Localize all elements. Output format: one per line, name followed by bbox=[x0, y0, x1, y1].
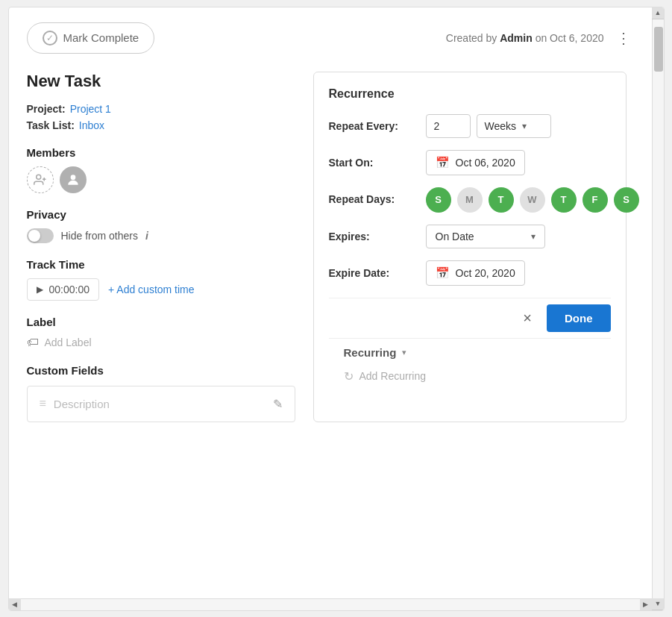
repeat-days-label: Repeat Days: bbox=[329, 187, 426, 205]
header-right: Created by Admin on Oct 6, 2020 ⋮ bbox=[446, 26, 634, 50]
days-circles: S M T W T F S bbox=[426, 187, 639, 213]
mark-complete-button[interactable]: ✓ Mark Complete bbox=[27, 22, 155, 54]
recurring-chevron-icon[interactable]: ▾ bbox=[402, 348, 406, 357]
mark-complete-label: Mark Complete bbox=[63, 31, 139, 44]
privacy-toggle[interactable] bbox=[27, 228, 54, 243]
expires-chevron-icon: ▾ bbox=[531, 231, 536, 242]
label-placeholder[interactable]: Add Label bbox=[45, 336, 92, 348]
check-icon: ✓ bbox=[43, 31, 57, 46]
scrollbar-bottom[interactable]: ◀ ▶ bbox=[9, 598, 652, 610]
svg-point-0 bbox=[36, 175, 40, 179]
toggle-knob bbox=[28, 230, 40, 242]
recurring-title: Recurring bbox=[344, 346, 397, 359]
description-box[interactable]: ≡ Description ✎ bbox=[27, 386, 295, 422]
start-on-date-value: Oct 06, 2020 bbox=[456, 157, 515, 169]
repeat-every-label: Repeat Every: bbox=[329, 120, 426, 132]
header: ✓ Mark Complete Created by Admin on Oct … bbox=[27, 22, 634, 54]
members-title: Members bbox=[27, 146, 295, 159]
add-member-button[interactable] bbox=[27, 166, 54, 193]
day-circle-s1[interactable]: S bbox=[426, 187, 451, 213]
project-label: Project: bbox=[27, 103, 66, 115]
task-list-link[interactable]: Inbox bbox=[79, 119, 104, 131]
recurrence-panel: Recurrence Repeat Every: Weeks ▾ Start O… bbox=[313, 72, 627, 422]
time-row: ▶ 00:00:00 + Add custom time bbox=[27, 278, 295, 301]
svg-point-3 bbox=[70, 175, 75, 180]
label-tag-icon: 🏷 bbox=[27, 336, 39, 349]
expire-date-picker[interactable]: 📅 Oct 20, 2020 bbox=[426, 260, 525, 286]
day-circle-m[interactable]: M bbox=[457, 187, 483, 213]
created-by-text: Created by Admin on Oct 6, 2020 bbox=[446, 32, 604, 44]
edit-icon[interactable]: ✎ bbox=[273, 397, 283, 411]
task-title: New Task bbox=[27, 72, 295, 91]
scroll-up-arrow[interactable]: ▲ bbox=[652, 7, 664, 19]
expires-row: Expires: On Date ▾ bbox=[329, 225, 611, 248]
day-circle-f[interactable]: F bbox=[582, 187, 608, 213]
desc-left: ≡ Description bbox=[40, 397, 110, 410]
task-list-label: Task List: bbox=[27, 119, 75, 131]
repeat-every-number-input[interactable] bbox=[426, 114, 471, 138]
member-avatar[interactable] bbox=[60, 166, 87, 193]
info-icon[interactable]: i bbox=[145, 230, 148, 242]
done-button[interactable]: Done bbox=[547, 304, 611, 332]
scrollbar-right[interactable]: ▲ ▼ bbox=[652, 7, 664, 610]
refresh-icon: ↻ bbox=[344, 369, 354, 383]
custom-fields-title: Custom Fields bbox=[27, 364, 295, 377]
scroll-track[interactable] bbox=[653, 19, 664, 598]
start-on-label: Start On: bbox=[329, 157, 426, 169]
day-circle-s2[interactable]: S bbox=[614, 187, 639, 213]
timer-value: 00:00:00 bbox=[49, 284, 90, 295]
repeat-every-row: Repeat Every: Weeks ▾ bbox=[329, 114, 611, 138]
task-list-row: Task List: Inbox bbox=[27, 119, 295, 131]
main-content: ✓ Mark Complete Created by Admin on Oct … bbox=[9, 7, 652, 598]
privacy-title: Privacy bbox=[27, 208, 295, 221]
description-placeholder: Description bbox=[54, 398, 110, 410]
expire-calendar-icon: 📅 bbox=[436, 266, 450, 280]
start-on-date-picker[interactable]: 📅 Oct 06, 2020 bbox=[426, 150, 525, 175]
more-button[interactable]: ⋮ bbox=[613, 26, 634, 50]
repeat-days-row: Repeat Days: S M T W T F S bbox=[329, 187, 611, 213]
label-row: 🏷 Add Label bbox=[27, 336, 295, 349]
close-button[interactable]: × bbox=[517, 307, 538, 330]
recurrence-title: Recurrence bbox=[329, 87, 611, 101]
day-circle-t2[interactable]: T bbox=[551, 187, 577, 213]
project-row: Project: Project 1 bbox=[27, 103, 295, 115]
expire-date-label: Expire Date: bbox=[329, 267, 426, 279]
play-icon: ▶ bbox=[37, 284, 43, 295]
repeat-every-unit-select[interactable]: Weeks ▾ bbox=[477, 114, 551, 138]
timer-display[interactable]: ▶ 00:00:00 bbox=[27, 278, 100, 301]
label-title: Label bbox=[27, 316, 295, 328]
body-layout: New Task Project: Project 1 Task List: I… bbox=[27, 72, 634, 422]
repeat-unit-value: Weeks bbox=[485, 120, 517, 132]
day-circle-w[interactable]: W bbox=[520, 187, 545, 213]
scroll-thumb[interactable] bbox=[654, 27, 663, 72]
lines-icon: ≡ bbox=[40, 397, 46, 410]
expires-value: On Date bbox=[436, 231, 474, 242]
expires-label: Expires: bbox=[329, 231, 426, 242]
panel-footer: × Done bbox=[329, 304, 611, 332]
scroll-left-arrow[interactable]: ◀ bbox=[9, 598, 21, 610]
recurring-collapsed: Recurring ▾ bbox=[329, 338, 611, 365]
panel-divider bbox=[329, 298, 611, 298]
expires-select[interactable]: On Date ▾ bbox=[426, 225, 545, 248]
chevron-down-icon: ▾ bbox=[522, 121, 527, 131]
day-circle-t1[interactable]: T bbox=[489, 187, 514, 213]
expire-date-value: Oct 20, 2020 bbox=[456, 267, 515, 279]
scroll-right-arrow[interactable]: ▶ bbox=[640, 598, 652, 610]
left-column: New Task Project: Project 1 Task List: I… bbox=[27, 72, 295, 422]
privacy-label: Hide from others bbox=[61, 230, 138, 242]
repeat-every-group: Weeks ▾ bbox=[426, 114, 551, 138]
recurring-add-row[interactable]: ↻ Add Recurring bbox=[329, 365, 611, 392]
members-row bbox=[27, 166, 295, 193]
start-on-row: Start On: 📅 Oct 06, 2020 bbox=[329, 150, 611, 175]
project-link[interactable]: Project 1 bbox=[70, 103, 111, 115]
main-window: ✓ Mark Complete Created by Admin on Oct … bbox=[8, 7, 665, 611]
track-time-title: Track Time bbox=[27, 258, 295, 271]
add-time-link[interactable]: + Add custom time bbox=[108, 284, 195, 295]
calendar-icon: 📅 bbox=[436, 156, 450, 169]
expire-date-row: Expire Date: 📅 Oct 20, 2020 bbox=[329, 260, 611, 286]
privacy-row: Hide from others i bbox=[27, 228, 295, 243]
scroll-down-arrow[interactable]: ▼ bbox=[652, 598, 664, 610]
add-recurring-label: Add Recurring bbox=[359, 370, 427, 382]
